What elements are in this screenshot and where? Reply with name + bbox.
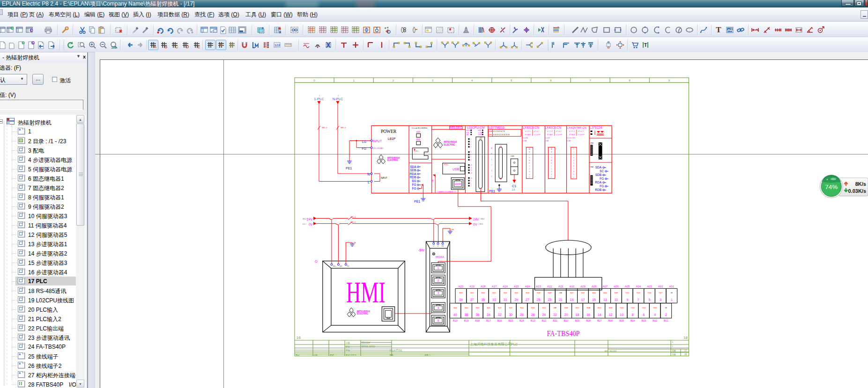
svg-text:页数: 页数	[672, 353, 676, 356]
svg-text:6: 6	[573, 165, 574, 167]
svg-text:3000: 3000	[515, 292, 519, 294]
svg-text:-SW: -SW	[418, 249, 424, 252]
svg-text:3: 3	[491, 170, 492, 172]
svg-text:40: 40	[453, 313, 457, 316]
svg-text:300E: 300E	[608, 307, 613, 309]
svg-text:2013/1/4: 2013/1/4	[362, 342, 370, 344]
svg-text:8 9 A B: 8 9 A B	[525, 134, 531, 136]
svg-text:B15: B15	[508, 319, 513, 322]
svg-text:1: 1	[471, 141, 472, 143]
svg-text:2.6: 2.6	[512, 189, 515, 191]
svg-text:4: 4	[491, 176, 492, 177]
svg-text:A07: A07	[602, 285, 608, 288]
svg-text:13: 13	[471, 172, 473, 174]
svg-text:3007: 3007	[570, 292, 574, 294]
svg-text:A11: A11	[558, 285, 564, 288]
svg-text:-V: -V	[437, 245, 438, 247]
svg-text:Y007: Y007	[659, 292, 662, 294]
svg-text:3000: 3000	[492, 292, 496, 294]
svg-text:标记: 标记	[295, 353, 300, 357]
svg-text:7: 7	[471, 156, 472, 158]
svg-text:C1: C1	[512, 184, 516, 188]
svg-text:日期: 日期	[346, 342, 350, 344]
svg-text:PE: PE	[452, 229, 454, 231]
svg-text:PLC: PLC	[511, 342, 518, 346]
svg-text:SEL.0: SEL.0	[350, 216, 356, 218]
svg-text:31: 31	[504, 298, 507, 301]
svg-text:RDA: RDA	[595, 181, 601, 184]
svg-text:L02CPU-CM: L02CPU-CM	[467, 126, 484, 129]
svg-text:4 5 6 7: 4 5 6 7	[534, 131, 540, 132]
svg-text:2: 2	[471, 144, 472, 146]
svg-text:7: 7	[589, 79, 591, 82]
svg-text:0V: 0V	[671, 292, 673, 294]
svg-text:3002: 3002	[482, 292, 485, 294]
svg-text:ELECTRIC: ELECTRIC	[444, 144, 456, 146]
svg-text:F: F	[529, 162, 530, 164]
svg-text:1: 1	[551, 165, 552, 167]
svg-text:-D: -D	[314, 260, 318, 263]
svg-text:4 5 6 7: 4 5 6 7	[578, 131, 584, 132]
svg-text:3001: 3001	[487, 307, 490, 309]
svg-text:C D E F: C D E F	[578, 134, 585, 136]
svg-text:21: 21	[559, 298, 563, 301]
svg-text:B20: B20	[453, 319, 458, 322]
svg-text:18: 18	[576, 313, 579, 316]
svg-text:0: 0	[313, 79, 315, 82]
svg-text:RD: RD	[416, 138, 421, 141]
svg-text:300A: 300A	[586, 307, 591, 309]
svg-text:10: 10	[620, 313, 623, 316]
svg-text:A10: A10	[569, 285, 574, 288]
svg-text:C: C	[175, 44, 178, 49]
svg-text:A: A	[551, 148, 552, 150]
svg-text:36: 36	[475, 313, 479, 316]
svg-text:SDB: SDB	[410, 168, 416, 172]
svg-text:1: 1	[529, 165, 530, 167]
svg-text:13: 13	[603, 298, 607, 301]
svg-text:14: 14	[598, 313, 601, 316]
svg-text:B14: B14	[519, 319, 524, 322]
svg-text:FG: FG	[362, 147, 366, 150]
svg-text:24V: 24V	[307, 218, 313, 221]
svg-text:3002: 3002	[470, 292, 474, 294]
svg-text:MELSEC: MELSEC	[450, 126, 462, 129]
svg-text:18: 18	[683, 336, 688, 340]
svg-text:24: 24	[542, 313, 546, 316]
svg-text:2: 2	[393, 79, 394, 82]
svg-text:B16: B16	[497, 319, 502, 322]
svg-text:上海润格科技发展有限公司: 上海润格科技发展有限公司	[470, 342, 512, 346]
svg-text:B: B	[164, 44, 168, 49]
svg-text:0 1 2 3: 0 1 2 3	[525, 131, 531, 132]
svg-text:DRV.: DRV.	[489, 134, 492, 136]
svg-text:4: 4	[551, 174, 552, 176]
svg-text:SG: SG	[412, 179, 416, 183]
svg-text:LG: LG	[362, 140, 366, 143]
svg-text:A05: A05	[625, 285, 630, 288]
svg-text:27: 27	[526, 298, 529, 301]
svg-text:姓名: 姓名	[346, 345, 350, 348]
svg-text:MITSUBISHI: MITSUBISHI	[387, 157, 400, 159]
svg-text:M: M	[491, 147, 492, 149]
svg-text:2: 2	[471, 185, 472, 187]
svg-text:33: 33	[492, 298, 496, 301]
svg-text:B10: B10	[564, 319, 569, 322]
svg-text:10: 10	[471, 164, 473, 166]
svg-text:0 1 2 3 4 5 6 7 8: 0 1 2 3 4 5 6 7 8	[493, 131, 505, 132]
svg-text:DC/DC24V: DC/DC24V	[567, 137, 575, 139]
svg-text:A18: A18	[481, 285, 486, 288]
svg-text:22: 22	[553, 313, 557, 316]
svg-text:更改文件号: 更改文件号	[346, 353, 356, 356]
svg-text:1: 1	[573, 151, 574, 153]
svg-text:A20: A20	[459, 285, 464, 288]
svg-text:USER: USER	[478, 134, 482, 136]
svg-text:LD77MS16: LD77MS16	[489, 126, 504, 129]
svg-text:CN1: CN1	[511, 155, 514, 157]
svg-text:Y001: Y001	[625, 292, 629, 294]
svg-text:LX4QNT8P-CN: LX4QNT8P-CN	[567, 126, 586, 129]
svg-text:姓名: 姓名	[330, 353, 334, 356]
svg-text:PE1: PE1	[489, 190, 495, 193]
svg-text:Y000: Y000	[620, 307, 623, 309]
svg-text:E: E	[551, 160, 552, 161]
svg-text:17: 17	[684, 350, 687, 352]
svg-text:B04: B04	[631, 319, 635, 322]
